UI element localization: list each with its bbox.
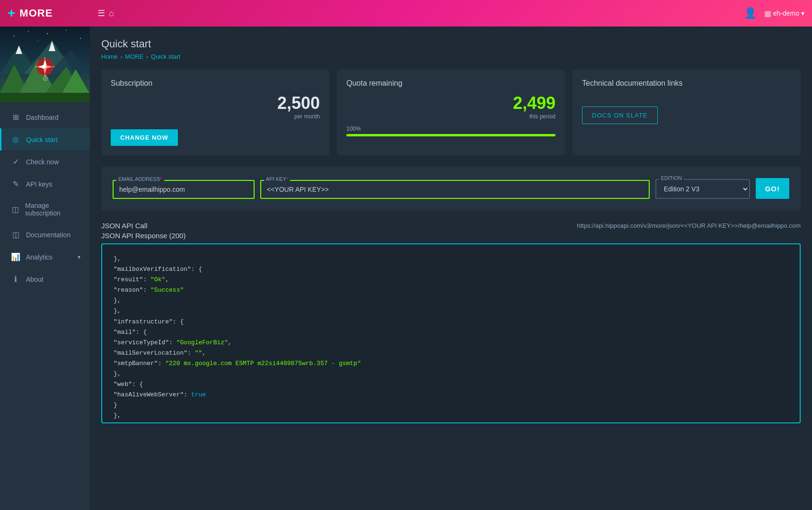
subscription-card: Subscription 2,500 per month CHANGE NOW bbox=[101, 70, 329, 155]
edition-form-group: EDITION Edition 2 V3Edition 2 V2Edition … bbox=[655, 179, 750, 199]
hamburger-icon[interactable]: ☰ bbox=[97, 8, 105, 18]
json-response-label: JSON API Response (200) bbox=[101, 232, 801, 240]
quota-number: 2,499 bbox=[346, 93, 556, 113]
account-name: eh-demo bbox=[773, 9, 799, 17]
docs-card-title: Technical documentation links bbox=[582, 79, 791, 88]
apikey-label: API KEY* bbox=[264, 176, 290, 182]
brand-name: MORE bbox=[19, 7, 53, 19]
email-required-marker: * bbox=[160, 176, 162, 182]
top-navigation: + MORE ☰ ⌂ 👤 ▦ eh-demo ▾ bbox=[0, 0, 812, 27]
cards-row: Subscription 2,500 per month CHANGE NOW … bbox=[101, 70, 801, 155]
svg-point-2 bbox=[28, 31, 29, 32]
nav-label-check-now: Check now bbox=[26, 158, 59, 166]
email-label: EMAIL ADDRESS* bbox=[116, 176, 164, 182]
main-content: Quick start Home › MORE › Quick start Su… bbox=[90, 27, 812, 510]
json-call-label: JSON API Call bbox=[101, 222, 148, 230]
sidebar-item-dashboard[interactable]: ⊞ Dashboard bbox=[0, 106, 90, 128]
email-input[interactable] bbox=[113, 180, 255, 199]
json-call-row: JSON API Call https://api.hippoapi.com/v… bbox=[101, 222, 801, 230]
user-avatar-icon: 👤 bbox=[744, 7, 757, 19]
json-response-box: }, "mailboxVerification": { "result": "O… bbox=[101, 243, 801, 423]
change-now-button[interactable]: CHANGE NOW bbox=[111, 129, 178, 146]
sidebar-item-check-now[interactable]: ✓ Check now bbox=[0, 151, 90, 173]
nav-label-manage-subscription: Manage subscription bbox=[25, 202, 80, 217]
go-button[interactable]: GO! bbox=[756, 178, 789, 199]
page-title: Quick start bbox=[101, 38, 801, 50]
brand-plus-icon: + bbox=[8, 6, 16, 21]
apikey-input[interactable] bbox=[260, 180, 650, 199]
quota-card: Quota remaining 2,499 this period 100% bbox=[337, 70, 565, 155]
nav-label-about: About bbox=[26, 276, 44, 283]
account-dropdown-arrow: ▾ bbox=[801, 9, 804, 17]
subscription-sub: per month bbox=[111, 113, 320, 120]
nav-arrow-analytics: ▾ bbox=[78, 254, 80, 260]
main-layout: ⊕ ⊞ Dashboard bbox=[0, 27, 812, 510]
breadcrumb-sep-1: › bbox=[121, 54, 123, 60]
nav-icon-manage-subscription: ◫ bbox=[11, 205, 19, 214]
breadcrumb-home[interactable]: Home bbox=[101, 53, 118, 60]
sidebar-item-documentation[interactable]: ◫ Documentation bbox=[0, 224, 90, 246]
json-section: JSON API Call https://api.hippoapi.com/v… bbox=[101, 222, 801, 423]
docs-card: Technical documentation links DOCS ON SL… bbox=[573, 70, 801, 155]
apikey-form-group: API KEY* bbox=[260, 180, 650, 199]
top-nav-right: 👤 ▦ eh-demo ▾ bbox=[744, 7, 804, 19]
nav-label-quick-start: Quick start bbox=[26, 136, 58, 143]
sidebar-item-analytics[interactable]: 📊 Analytics ▾ bbox=[0, 246, 90, 268]
svg-point-23 bbox=[44, 65, 46, 68]
subscription-card-title: Subscription bbox=[111, 79, 320, 88]
apikey-required-marker: * bbox=[286, 176, 288, 182]
sidebar-nav: ⊞ Dashboard ◎ Quick start ✓ Check now ✎ … bbox=[0, 102, 90, 510]
quota-card-title: Quota remaining bbox=[346, 79, 556, 88]
home-icon[interactable]: ⌂ bbox=[109, 9, 114, 18]
quota-progress-fill bbox=[346, 134, 556, 136]
nav-icon-analytics: 📊 bbox=[11, 252, 20, 261]
edition-label: EDITION bbox=[659, 175, 684, 181]
svg-point-5 bbox=[80, 38, 81, 39]
nav-label-documentation: Documentation bbox=[26, 231, 71, 239]
nav-icon-check-now: ✓ bbox=[11, 157, 20, 166]
sidebar-item-manage-subscription[interactable]: ◫ Manage subscription bbox=[0, 195, 90, 224]
nav-icon-api-keys: ✎ bbox=[11, 179, 20, 188]
svg-point-4 bbox=[66, 30, 67, 31]
quota-sub: this period bbox=[346, 113, 556, 120]
docs-on-slate-button[interactable]: DOCS ON SLATE bbox=[582, 107, 658, 124]
nav-icon-documentation: ◫ bbox=[11, 230, 20, 239]
breadcrumb-more[interactable]: MORE bbox=[125, 53, 143, 60]
nav-icon-quick-start: ◎ bbox=[11, 135, 20, 144]
nav-label-api-keys: API keys bbox=[26, 180, 52, 188]
breadcrumb-current: Quick start bbox=[151, 53, 180, 60]
account-grid-icon: ▦ bbox=[764, 9, 771, 18]
svg-rect-16 bbox=[0, 93, 90, 102]
account-label[interactable]: ▦ eh-demo ▾ bbox=[764, 9, 804, 18]
breadcrumb-sep-2: › bbox=[146, 54, 148, 60]
page-header: Quick start Home › MORE › Quick start bbox=[101, 38, 801, 60]
edition-select[interactable]: Edition 2 V3Edition 2 V2Edition 2 V1 bbox=[655, 179, 750, 199]
sidebar-item-quick-start[interactable]: ◎ Quick start bbox=[0, 128, 90, 151]
subscription-number: 2,500 bbox=[111, 93, 320, 113]
breadcrumb: Home › MORE › Quick start bbox=[101, 53, 801, 60]
sidebar-item-api-keys[interactable]: ✎ API keys bbox=[0, 173, 90, 195]
quota-progress-label: 100% bbox=[346, 125, 556, 132]
json-api-url: https://api.hippoapi.com/v3/more/json/<<… bbox=[577, 222, 801, 229]
svg-point-1 bbox=[14, 36, 15, 36]
sidebar-logo: ⊕ bbox=[0, 27, 90, 102]
sidebar-hero-image: ⊕ bbox=[0, 27, 90, 102]
brand-logo: + MORE bbox=[8, 6, 97, 21]
quota-progress-wrap: 100% bbox=[346, 125, 556, 136]
sidebar-item-about[interactable]: ℹ About bbox=[0, 268, 90, 290]
svg-point-3 bbox=[47, 33, 48, 34]
nav-icon-dashboard: ⊞ bbox=[11, 113, 20, 122]
email-form-group: EMAIL ADDRESS* bbox=[113, 180, 255, 199]
svg-point-6 bbox=[37, 40, 38, 41]
nav-icon-about: ℹ bbox=[11, 275, 20, 284]
nav-label-dashboard: Dashboard bbox=[26, 114, 59, 121]
api-form-row: EMAIL ADDRESS* API KEY* EDITION Edition … bbox=[101, 167, 801, 210]
nav-label-analytics: Analytics bbox=[26, 253, 53, 261]
sidebar: ⊕ ⊞ Dashboard bbox=[0, 27, 90, 510]
quota-progress-bar bbox=[346, 134, 556, 136]
